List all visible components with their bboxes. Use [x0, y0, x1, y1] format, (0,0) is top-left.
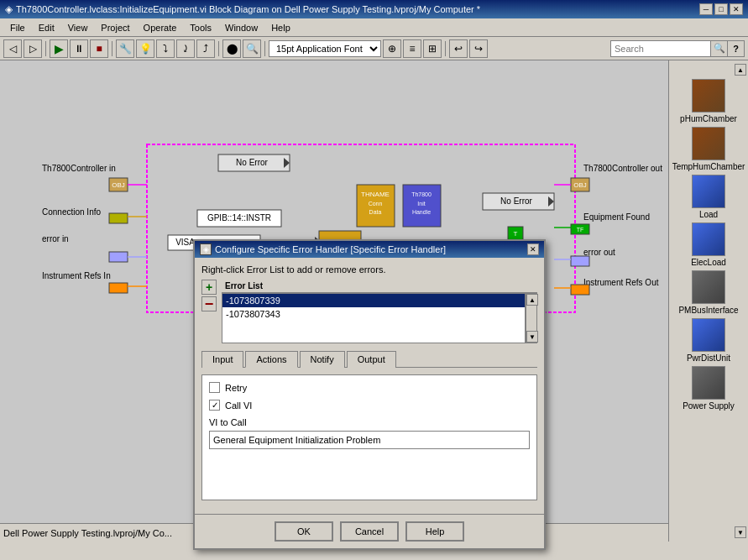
tab-actions[interactable]: Actions: [245, 351, 297, 368]
elecload-label: ElecLoad: [691, 258, 726, 267]
menu-operate[interactable]: Operate: [137, 21, 184, 34]
svg-text:Data: Data: [369, 209, 382, 215]
help-button[interactable]: ?: [728, 40, 745, 57]
error-list-box[interactable]: -1073807339 -1073807343: [222, 293, 526, 343]
toolbar-sep4: [264, 41, 265, 56]
callvi-label: Call VI: [225, 400, 252, 411]
dialog-close-button[interactable]: ✕: [527, 243, 539, 255]
phumchamber-icon: [692, 79, 725, 113]
status-text: Dell Power Supply Testing.lvproj/My Co..…: [3, 528, 172, 538]
callvi-row: Call VI: [209, 400, 530, 411]
scroll-down-arrow[interactable]: ▼: [526, 331, 538, 343]
callvi-checkbox[interactable]: [209, 400, 220, 411]
dialog-instruction: Right-click Error List to add or remove …: [201, 264, 537, 275]
svg-rect-26: [571, 285, 589, 295]
toolbar-pause[interactable]: ⏸: [70, 39, 88, 58]
toolbar-distribute[interactable]: ⊞: [423, 39, 442, 58]
search-input[interactable]: [610, 40, 711, 57]
toolbar-forward[interactable]: ▷: [24, 39, 42, 58]
palette-item-phumchamber[interactable]: pHumChamber: [672, 79, 745, 123]
error-item-1[interactable]: -1073807343: [222, 307, 525, 321]
menu-window[interactable]: Window: [218, 21, 264, 34]
svg-text:Connection Info: Connection Info: [42, 207, 101, 217]
dialog-buttons: OK Cancel Help: [195, 514, 544, 548]
svg-text:No Error: No Error: [500, 196, 532, 206]
toolbar-step-out[interactable]: ⤴: [196, 39, 215, 58]
menu-tools[interactable]: Tools: [183, 21, 218, 34]
dialog-title-text: Configure Specific Error Handler [Specif…: [215, 244, 446, 254]
svg-text:Equipment Found: Equipment Found: [583, 212, 650, 222]
menu-file[interactable]: File: [3, 21, 32, 34]
toolbar-breakpoint[interactable]: ⬤: [222, 39, 241, 58]
pwrdistunit-label: PwrDistUnit: [687, 353, 730, 363]
palette-scroll-down[interactable]: ▼: [735, 526, 746, 538]
error-list-container: Error List -1073807339 -1073807343 ▲ ▼: [222, 280, 537, 343]
toolbar-run[interactable]: ▶: [50, 39, 68, 58]
svg-rect-16: [109, 283, 128, 293]
minimize-button[interactable]: ─: [699, 3, 713, 15]
svg-text:Instrument Refs Out: Instrument Refs Out: [583, 278, 659, 287]
svg-text:OBJ: OBJ: [573, 181, 587, 189]
tab-output[interactable]: Output: [347, 351, 396, 368]
close-button[interactable]: ✕: [730, 3, 743, 15]
powersupply-icon: [692, 366, 725, 400]
load-label: Load: [699, 210, 718, 219]
toolbar-zoom[interactable]: ⊕: [383, 39, 401, 58]
dialog-title-bar: ◈ Configure Specific Error Handler [Spec…: [195, 241, 544, 258]
palette-item-elecload[interactable]: ElecLoad: [672, 222, 745, 267]
toolbar-step-over[interactable]: ⤸: [176, 39, 195, 58]
toolbar-highlight[interactable]: 💡: [136, 39, 154, 58]
palette-item-pwrdistunit[interactable]: PwrDistUnit: [672, 318, 745, 363]
error-item-0[interactable]: -1073807339: [222, 294, 525, 307]
ok-button[interactable]: OK: [275, 521, 333, 542]
cancel-button[interactable]: Cancel: [340, 521, 399, 542]
pmbusinterface-label: PMBusInterface: [678, 306, 738, 315]
toolbar-align[interactable]: ≡: [403, 39, 421, 58]
tab-input[interactable]: Input: [201, 351, 243, 368]
svg-text:OBJ: OBJ: [112, 181, 125, 189]
palette-scroll-up[interactable]: ▲: [735, 64, 746, 76]
menu-view[interactable]: View: [61, 21, 95, 34]
svg-text:error in: error in: [42, 234, 69, 243]
maximize-button[interactable]: □: [714, 3, 728, 15]
svg-text:error out: error out: [583, 248, 615, 257]
pwrdistunit-icon: [692, 318, 725, 352]
toolbar-stop[interactable]: ■: [90, 39, 108, 58]
remove-error-button[interactable]: −: [201, 296, 217, 311]
right-panel: ▲ pHumChamber TempHumChamber Load ElecLo…: [668, 60, 748, 542]
help-button[interactable]: Help: [405, 521, 464, 542]
retry-label: Retry: [225, 383, 247, 393]
font-selector[interactable]: 15pt Application Font: [269, 40, 381, 57]
app-icon: ◈: [5, 3, 13, 15]
scroll-track: [526, 306, 536, 331]
toolbar-probe[interactable]: 🔍: [243, 39, 261, 58]
tab-notify[interactable]: Notify: [300, 351, 345, 368]
phumchamber-label: pHumChamber: [680, 114, 737, 123]
palette-item-temphumchamber[interactable]: TempHumChamber: [672, 127, 745, 171]
error-list-scrollbar: ▲ ▼: [526, 293, 537, 343]
palette-item-pmbusinterface[interactable]: PMBusInterface: [672, 270, 745, 315]
title-bar: ◈ Th7800Controller.lvclass:InitializeEqu…: [0, 0, 748, 18]
menu-edit[interactable]: Edit: [32, 21, 61, 34]
error-list-controls: + −: [201, 280, 217, 343]
vi-to-call-input[interactable]: [209, 431, 530, 449]
load-icon: [692, 175, 725, 208]
palette-item-powersupply[interactable]: Power Supply: [672, 366, 745, 411]
window-title: Th7800Controller.lvclass:InitializeEquip…: [16, 4, 480, 14]
toolbar-redo[interactable]: ↪: [469, 39, 488, 58]
retry-checkbox[interactable]: [209, 382, 220, 393]
scroll-up-arrow[interactable]: ▲: [526, 294, 538, 306]
add-error-button[interactable]: +: [201, 280, 217, 295]
svg-rect-14: [109, 252, 128, 262]
search-button[interactable]: 🔍: [711, 40, 728, 57]
toolbar-undo[interactable]: ↩: [449, 39, 468, 58]
toolbar-back[interactable]: ◁: [3, 39, 22, 58]
temphumchamber-icon: [692, 127, 725, 160]
pmbusinterface-icon: [692, 270, 725, 304]
palette-item-load[interactable]: Load: [672, 175, 745, 219]
retry-row: Retry: [209, 382, 530, 393]
toolbar-step-into[interactable]: ⤵: [156, 39, 175, 58]
menu-project[interactable]: Project: [94, 21, 136, 34]
menu-help[interactable]: Help: [264, 21, 297, 34]
toolbar-tools[interactable]: 🔧: [116, 39, 134, 58]
